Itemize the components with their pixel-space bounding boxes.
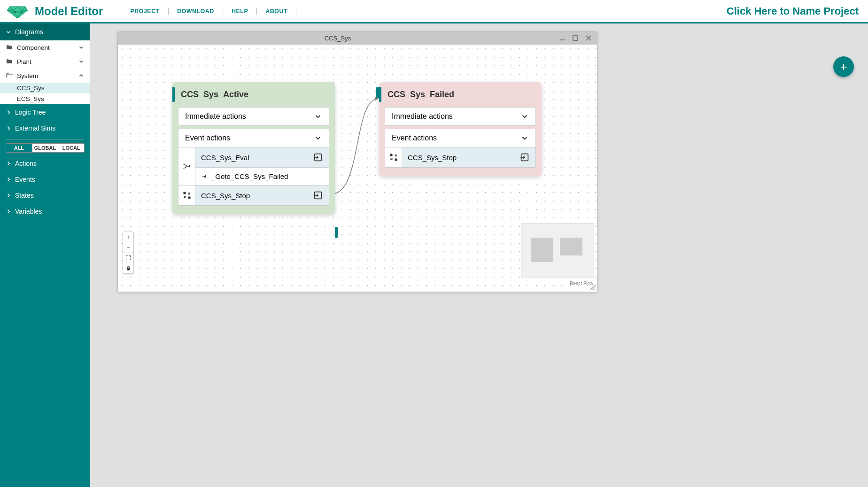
project-name-input[interactable]: Click Here to Name Project	[727, 5, 862, 17]
event-item[interactable]: CCS_Sys_Eval	[195, 147, 329, 167]
menu-about[interactable]: ABOUT	[257, 8, 296, 15]
sidebar-variables[interactable]: Variables	[0, 203, 90, 219]
filter-local[interactable]: LOCAL	[58, 144, 84, 152]
swap-icon	[389, 153, 398, 162]
main-menu: PROJECT DOWNLOAD HELP ABOUT	[122, 8, 296, 15]
flow-canvas[interactable]: CCS_Sys_Active Immediate actions Event a…	[118, 45, 597, 292]
event-actions-toggle[interactable]: Event actions	[385, 129, 535, 147]
event-actions-section: Event actions	[178, 129, 329, 206]
enter-box-icon[interactable]	[313, 152, 323, 162]
folder-icon	[6, 44, 13, 51]
event-goto[interactable]: _Goto_CCS_Sys_Failed	[195, 167, 329, 185]
filter-global[interactable]: GLOBAL	[32, 144, 58, 152]
immediate-actions-toggle[interactable]: Immediate actions	[178, 108, 329, 125]
minimap[interactable]	[521, 223, 594, 278]
folder-system[interactable]: System	[0, 69, 90, 83]
menu-download[interactable]: DOWNLOAD	[169, 8, 223, 15]
close-icon[interactable]	[585, 34, 592, 42]
fit-view-button[interactable]	[123, 253, 133, 263]
event-row: CCS_Sys_Stop	[385, 147, 535, 167]
chevron-right-icon	[6, 193, 11, 198]
folder-plant[interactable]: Plant	[0, 54, 90, 69]
zoom-out-button[interactable]: −	[123, 242, 133, 253]
state-node-failed[interactable]: CCS_Sys_Failed Immediate actions Event a…	[379, 82, 542, 176]
logo: EMRALD Model Editor	[6, 3, 103, 20]
sidebar-external-sims[interactable]: External Sims	[0, 120, 90, 136]
chevron-right-icon	[6, 125, 11, 131]
lock-icon	[126, 266, 131, 271]
diagram-window: CCS_Sys CCS_Sys_Active Immedi	[117, 31, 597, 292]
event-type-icon-cell	[178, 147, 195, 185]
menu-project[interactable]: PROJECT	[122, 8, 169, 15]
immediate-actions-toggle[interactable]: Immediate actions	[385, 108, 535, 125]
event-row: CCS_Sys_Stop	[178, 185, 329, 205]
lock-button[interactable]	[123, 263, 133, 273]
diagram-ecs-sys[interactable]: ECS_Sys	[0, 93, 90, 104]
svg-rect-11	[390, 154, 392, 156]
minimap-node	[560, 238, 582, 255]
event-row: CCS_Sys_Eval _Goto_CCS_Sys_Failed	[178, 147, 329, 185]
svg-text:EMRALD: EMRALD	[12, 10, 23, 13]
chevron-down-icon	[78, 58, 85, 65]
sidebar-diagrams-label: Diagrams	[15, 28, 43, 36]
enter-box-icon[interactable]	[519, 152, 530, 162]
folder-open-icon	[6, 72, 13, 79]
filter-all[interactable]: ALL	[6, 144, 32, 152]
svg-rect-9	[188, 197, 190, 199]
zoom-in-button[interactable]: +	[123, 232, 133, 242]
swap-icon	[182, 191, 192, 200]
fit-view-icon	[125, 255, 131, 261]
enter-box-icon[interactable]	[313, 190, 323, 201]
emerald-logo-icon: EMRALD	[6, 3, 29, 20]
folder-component[interactable]: Component	[0, 40, 90, 54]
sidebar-events[interactable]: Events	[0, 171, 90, 187]
event-item[interactable]: CCS_Sys_Stop	[402, 147, 535, 167]
chevron-down-icon	[520, 112, 529, 121]
svg-rect-3	[573, 36, 578, 40]
immediate-actions-section: Immediate actions	[178, 107, 329, 126]
svg-rect-12	[395, 159, 397, 161]
immediate-actions-section: Immediate actions	[385, 107, 536, 126]
chevron-down-icon	[520, 134, 529, 142]
minimize-icon[interactable]	[558, 34, 566, 42]
chevron-up-icon	[78, 72, 85, 79]
chevron-right-icon	[6, 209, 11, 214]
output-handle[interactable]	[335, 227, 338, 238]
event-item[interactable]: CCS_Sys_Stop	[195, 186, 329, 205]
maximize-icon[interactable]	[572, 34, 579, 42]
diagram-tree: Component Plant System CCS_Sys ECS_Sys	[0, 40, 90, 104]
chevron-down-icon	[314, 134, 322, 142]
add-fab-button[interactable]: +	[833, 56, 854, 77]
sidebar-states[interactable]: States	[0, 187, 90, 203]
header: EMRALD Model Editor PROJECT DOWNLOAD HEL…	[0, 0, 868, 23]
sidebar-diagrams-head[interactable]: Diagrams	[0, 23, 90, 40]
chevron-right-icon	[6, 161, 11, 166]
chevron-down-icon	[314, 112, 322, 121]
chevron-down-icon	[6, 29, 11, 35]
event-actions-toggle[interactable]: Event actions	[178, 129, 329, 147]
menu-help[interactable]: HELP	[223, 8, 257, 15]
state-accent-bar	[172, 87, 175, 102]
event-type-icon-cell	[178, 186, 195, 205]
svg-rect-8	[183, 192, 186, 194]
divider	[6, 139, 85, 139]
goto-arrow-icon	[201, 173, 208, 180]
state-title: CCS_Sys_Active	[181, 90, 329, 100]
resize-grip-icon[interactable]	[589, 284, 596, 291]
state-node-active[interactable]: CCS_Sys_Active Immediate actions Event a…	[172, 82, 335, 214]
sidebar: Diagrams Component Plant System CCS_Sys …	[0, 23, 90, 487]
diagram-ccs-sys[interactable]: CCS_Sys	[0, 83, 90, 93]
svg-rect-14	[127, 268, 130, 270]
canvas-area: CCS_Sys CCS_Sys_Active Immedi	[90, 23, 868, 487]
state-accent-bar	[379, 87, 381, 102]
chevron-right-icon	[6, 109, 11, 115]
window-titlebar[interactable]: CCS_Sys	[118, 31, 597, 45]
merge-arrow-icon	[182, 162, 192, 171]
event-actions-section: Event actions	[385, 129, 536, 168]
input-handle[interactable]	[376, 87, 379, 98]
sidebar-actions[interactable]: Actions	[0, 155, 90, 171]
folder-icon	[6, 58, 13, 65]
sidebar-logic-tree[interactable]: Logic Tree	[0, 104, 90, 120]
flow-controls: + −	[123, 232, 134, 274]
minimap-node	[531, 238, 553, 262]
